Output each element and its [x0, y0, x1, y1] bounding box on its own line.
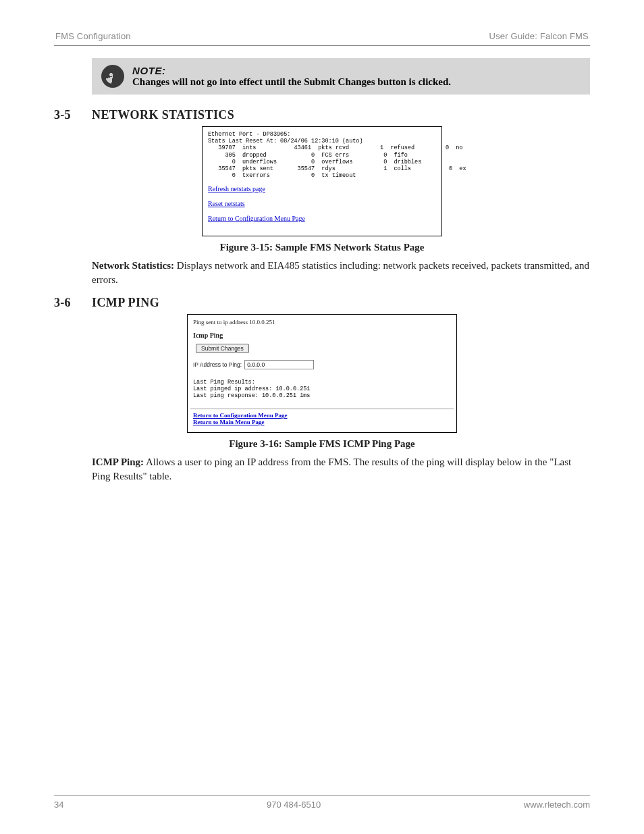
ping-results-line: Last ping response: 10.0.0.251 1ms — [193, 392, 451, 399]
page-footer: 34 970 484-6510 www.rletech.com — [54, 795, 590, 810]
note-label: NOTE: — [132, 65, 451, 76]
ping-paragraph: ICMP Ping: Allows a user to ping an IP a… — [92, 455, 590, 483]
refresh-netstats-link[interactable]: Refresh netstats page — [208, 185, 265, 192]
figure-3-16-caption: Figure 3-16: Sample FMS ICMP Ping Page — [54, 438, 590, 450]
return-config-link[interactable]: Return to Configuration Menu Page — [193, 412, 451, 419]
section-3-6: 3-6 ICMP PING — [54, 296, 590, 310]
ping-para-bold: ICMP Ping: — [92, 457, 144, 467]
submit-changes-button[interactable]: Submit Changes — [196, 344, 249, 353]
note-body: Changes will not go into effect until th… — [132, 76, 451, 88]
footer-url: www.rletech.com — [524, 800, 590, 810]
netstats-para-bold: Network Statistics: — [92, 260, 174, 271]
netstats-row: 0 txerrors 0 tx timeout — [208, 172, 436, 179]
section-title: NETWORK STATISTICS — [92, 108, 234, 122]
ping-sent-msg: Ping sent to ip address 10.0.0.251 — [193, 319, 451, 325]
header-right: User Guide: Falcon FMS — [489, 31, 589, 41]
ping-screenshot: Ping sent to ip address 10.0.0.251 Icmp … — [187, 314, 457, 434]
netstats-row: 305 dropped 0 FCS errs 0 fifo — [208, 152, 436, 159]
netstats-row: 39707 ints 43461 pkts rcvd 1 refused 0 n… — [208, 145, 436, 151]
figure-3-15: Ethernet Port - DP83905: Stats Last Rese… — [54, 126, 590, 236]
ip-address-row: IP Address to Ping: — [193, 360, 451, 369]
ip-address-label: IP Address to Ping: — [193, 361, 242, 368]
section-title: ICMP PING — [92, 296, 159, 310]
page-header: FMS Configuration User Guide: Falcon FMS — [54, 31, 590, 45]
netstats-header2: Stats Last Reset At: 08/24/06 12:30:10 (… — [208, 138, 436, 145]
section-number: 3-5 — [54, 108, 92, 122]
section-3-5: 3-5 NETWORK STATISTICS — [54, 108, 590, 122]
netstats-screenshot: Ethernet Port - DP83905: Stats Last Rese… — [202, 126, 442, 236]
return-main-link[interactable]: Return to Main Menu Page — [193, 419, 451, 425]
submit-row: Submit Changes — [196, 342, 451, 353]
netstats-row: 0 underflows 0 overflows 0 dribbles — [208, 159, 436, 165]
ping-para-rest: Allows a user to ping an IP address from… — [92, 457, 571, 481]
section-number: 3-6 — [54, 296, 92, 310]
footer-page-number: 34 — [54, 800, 63, 810]
ping-results-line: Last pinged ip address: 10.0.0.251 — [193, 386, 451, 392]
header-left: FMS Configuration — [55, 31, 131, 41]
footer-phone: 970 484-6510 — [267, 800, 321, 810]
note-box: NOTE: Changes will not go into effect un… — [92, 58, 590, 95]
figure-3-15-caption: Figure 3-15: Sample FMS Network Status P… — [54, 242, 590, 253]
note-icon — [101, 65, 124, 88]
note-text: NOTE: Changes will not go into effect un… — [132, 65, 451, 88]
figure-3-16: Ping sent to ip address 10.0.0.251 Icmp … — [54, 314, 590, 434]
ip-address-input[interactable] — [244, 360, 314, 369]
footer-row: 34 970 484-6510 www.rletech.com — [54, 800, 590, 810]
reset-netstats-link[interactable]: Reset netstats — [208, 200, 245, 207]
netstats-header1: Ethernet Port - DP83905: — [208, 131, 436, 138]
document-page: FMS Configuration User Guide: Falcon FMS… — [0, 0, 644, 834]
header-rule — [54, 45, 590, 46]
separator-line — [190, 409, 454, 409]
return-config-link[interactable]: Return to Configuration Menu Page — [208, 215, 305, 222]
netstats-row: 35547 pkts sent 35547 rdys 1 colls 0 ex — [208, 165, 436, 172]
footer-rule — [54, 795, 590, 796]
ping-results-line: Last Ping Results: — [193, 379, 451, 386]
ping-heading: Icmp Ping — [193, 332, 451, 339]
netstats-paragraph: Network Statistics: Displays network and… — [92, 259, 590, 286]
